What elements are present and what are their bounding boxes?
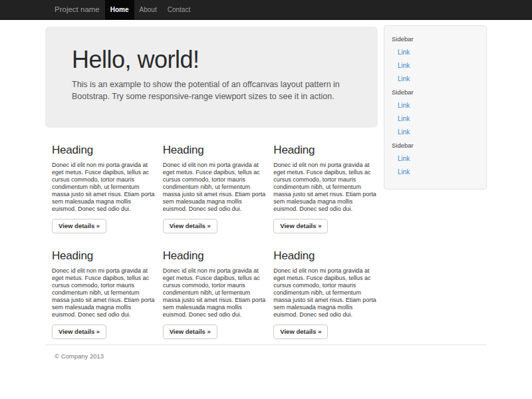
card-body-text: Donec id elit non mi porta gravida at eg… xyxy=(52,162,157,213)
page-container: Hello, world! This is an example to show… xyxy=(45,20,487,360)
card-row-2: Heading Donec id elit non mi porta gravi… xyxy=(45,233,378,339)
sidebar-column: Sidebar Link Link Link Sidebar Link Link… xyxy=(378,20,487,339)
card-body-text: Donec id elit non mi porta gravida at eg… xyxy=(52,267,157,319)
sidebar-group-1: Sidebar Link Link Link xyxy=(384,33,486,86)
page-footer: © Company 2013 xyxy=(45,344,487,360)
card: Heading Donec id elit non mi porta gravi… xyxy=(267,233,378,339)
view-details-button[interactable]: View details » xyxy=(52,219,106,233)
card: Heading Donec id elit non mi porta gravi… xyxy=(45,128,156,233)
card-body-text: Donec id elit non mi porta gravida at eg… xyxy=(273,162,378,213)
page-subtitle: This is an example to show the potential… xyxy=(72,78,351,102)
sidebar-link[interactable]: Link xyxy=(384,166,486,179)
card-heading: Heading xyxy=(163,144,261,157)
view-details-button[interactable]: View details » xyxy=(52,325,106,339)
sidebar-link[interactable]: Link xyxy=(384,72,486,86)
sidebar-group-3: Sidebar Link Link xyxy=(384,139,486,179)
card: Heading Donec id elit non mi porta gravi… xyxy=(267,128,378,233)
offcanvas-row: Hello, world! This is an example to show… xyxy=(45,20,487,339)
card-heading: Heading xyxy=(52,144,150,157)
sidebar-group-label: Sidebar xyxy=(384,33,486,46)
card-row-1: Heading Donec id elit non mi porta gravi… xyxy=(45,128,378,233)
card-heading: Heading xyxy=(52,249,150,263)
top-navbar: Project name Home About Contact xyxy=(0,0,532,20)
card: Heading Donec id elit non mi porta gravi… xyxy=(156,128,267,233)
page-title: Hello, world! xyxy=(72,47,351,73)
sidebar-link[interactable]: Link xyxy=(384,46,486,59)
sidebar-link[interactable]: Link xyxy=(384,126,486,139)
view-details-button[interactable]: View details » xyxy=(163,325,217,339)
card-heading: Heading xyxy=(273,249,371,263)
card-body-text: Donec id elit non mi porta gravida at eg… xyxy=(163,267,268,319)
sidebar-group-2: Sidebar Link Link Link xyxy=(384,86,486,139)
navbar-container: Project name Home About Contact xyxy=(45,0,487,20)
main-content: Hello, world! This is an example to show… xyxy=(45,20,378,339)
sidebar-link[interactable]: Link xyxy=(384,59,486,72)
view-details-button[interactable]: View details » xyxy=(273,219,328,233)
card-heading: Heading xyxy=(163,249,261,263)
card: Heading Donec id elit non mi porta gravi… xyxy=(156,233,267,339)
view-details-button[interactable]: View details » xyxy=(163,219,217,233)
view-details-button[interactable]: View details » xyxy=(273,325,328,339)
brand-link[interactable]: Project name xyxy=(45,0,105,20)
nav-item-contact[interactable]: Contact xyxy=(162,0,196,20)
sidebar: Sidebar Link Link Link Sidebar Link Link… xyxy=(384,25,487,190)
sidebar-link[interactable]: Link xyxy=(384,112,486,126)
sidebar-group-label: Sidebar xyxy=(384,139,486,152)
jumbotron: Hello, world! This is an example to show… xyxy=(45,27,378,128)
card: Heading Donec id elit non mi porta gravi… xyxy=(45,233,156,339)
nav-item-about[interactable]: About xyxy=(134,0,162,20)
sidebar-group-label: Sidebar xyxy=(384,86,486,99)
sidebar-link[interactable]: Link xyxy=(384,99,486,112)
nav-item-home[interactable]: Home xyxy=(105,0,134,20)
sidebar-link[interactable]: Link xyxy=(384,152,486,166)
navbar-menu: Home About Contact xyxy=(105,0,196,20)
card-body-text: Donec id elit non mi porta gravida at eg… xyxy=(273,267,378,319)
copyright-text: © Company 2013 xyxy=(55,352,477,360)
card-heading: Heading xyxy=(273,144,371,157)
card-body-text: Donec id elit non mi porta gravida at eg… xyxy=(163,162,268,213)
